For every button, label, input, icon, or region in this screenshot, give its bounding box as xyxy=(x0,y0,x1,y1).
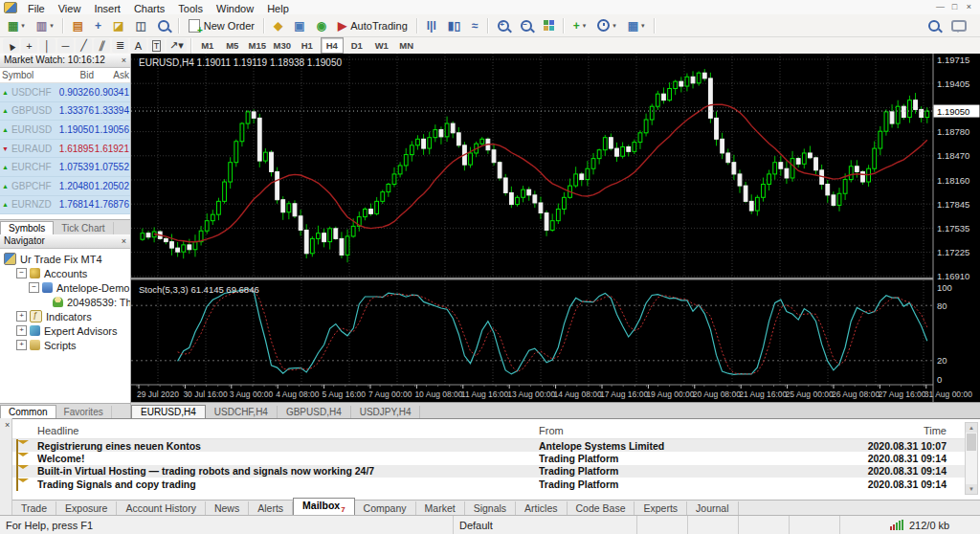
channel-tool[interactable]: ∥ xyxy=(94,38,110,53)
terminal-tab-code-base[interactable]: Code Base xyxy=(568,501,635,515)
symbol-row-gbpchf[interactable]: ▲GBPCHF1.204801.20502 xyxy=(0,177,130,196)
metaquotes-button[interactable]: ▣ xyxy=(289,16,309,35)
market-watch-button[interactable]: ▤ xyxy=(68,16,88,35)
arrows-tool[interactable]: ↗▾ xyxy=(167,38,187,53)
terminal-tab-mailbox[interactable]: Mailbox7 xyxy=(293,498,355,515)
terminal-tab-market[interactable]: Market xyxy=(416,501,465,515)
timeframe-m5[interactable]: M5 xyxy=(221,37,244,54)
column-header-bid[interactable]: Bid xyxy=(54,70,94,80)
fibonacci-tool[interactable]: ≣ xyxy=(112,38,128,53)
horizontal-line-tool[interactable]: ─ xyxy=(57,38,74,53)
column-header-symbol[interactable]: Symbol xyxy=(2,70,54,80)
periods-button[interactable]: ▾ xyxy=(592,16,621,35)
timeframe-h4[interactable]: H4 xyxy=(321,37,344,54)
menu-file[interactable]: File xyxy=(21,3,52,14)
terminal-tab-company[interactable]: Company xyxy=(355,501,416,515)
timeframe-w1[interactable]: W1 xyxy=(370,37,393,54)
terminal-scrollbar[interactable]: ▲ ▼ xyxy=(965,422,978,495)
candlestick-chart-button[interactable]: ▮▯ xyxy=(443,16,465,35)
expand-icon[interactable]: + xyxy=(16,340,27,350)
column-header-headline[interactable]: Headline xyxy=(37,425,539,436)
vertical-line-tool[interactable]: │ xyxy=(39,38,56,53)
terminal-tab-news[interactable]: News xyxy=(206,501,249,515)
tree-item-expert-advisors[interactable]: +Expert Advisors xyxy=(0,323,130,338)
menu-charts[interactable]: Charts xyxy=(127,3,171,14)
column-header-from[interactable]: From xyxy=(539,425,816,436)
timeframe-mn[interactable]: MN xyxy=(395,37,418,54)
navigator-button[interactable]: ◪ xyxy=(108,16,128,35)
timeframe-m15[interactable]: M15 xyxy=(246,37,269,54)
expand-icon[interactable]: + xyxy=(16,325,27,336)
collapse-icon[interactable]: − xyxy=(29,282,39,293)
chat-button[interactable] xyxy=(947,16,971,35)
terminal-tab-signals[interactable]: Signals xyxy=(465,501,516,515)
terminal-tab-experts[interactable]: Experts xyxy=(635,501,687,515)
tile-windows-button[interactable] xyxy=(539,16,559,35)
terminal-button[interactable]: ◫ xyxy=(130,16,150,35)
scroll-down-icon[interactable]: ▼ xyxy=(966,484,977,494)
timeframe-h1[interactable]: H1 xyxy=(296,37,319,54)
text-tool[interactable]: A xyxy=(130,38,146,53)
timeframe-d1[interactable]: D1 xyxy=(345,37,368,54)
column-header-ask[interactable]: Ask xyxy=(94,70,129,80)
timeframe-m30[interactable]: M30 xyxy=(271,37,294,54)
chart-tab-gbpusd-h4[interactable]: GBPUSD,H4 xyxy=(278,406,351,418)
indicators-button[interactable]: +▾ xyxy=(568,16,591,35)
mail-row[interactable]: Registrierung eines neuen KontosAntelope… xyxy=(12,439,965,452)
autotrading-button[interactable]: ▶AutoTrading xyxy=(333,16,412,35)
restore-window-icon[interactable]: □ xyxy=(947,1,962,13)
zoom-in-button[interactable]: + xyxy=(493,16,514,35)
text-label-tool[interactable]: T xyxy=(148,38,165,53)
terminal-tab-alerts[interactable]: Alerts xyxy=(249,501,293,515)
tab-symbols[interactable]: Symbols xyxy=(0,221,54,234)
terminal-tab-trade[interactable]: Trade xyxy=(12,501,56,515)
tree-item-20498539-thorst[interactable]: 20498539: Thorst xyxy=(0,295,130,309)
signals-button[interactable]: ◉ xyxy=(312,16,331,35)
chart-window[interactable]: 1.197151.194051.190951.187801.184701.181… xyxy=(131,54,980,402)
symbol-row-euraud[interactable]: ▼EURAUD1.618951.61921 xyxy=(0,140,130,159)
close-window-icon[interactable]: × xyxy=(962,1,976,13)
chart-tab-usdjpy-h4[interactable]: USDJPY,H4 xyxy=(351,406,421,418)
status-profile[interactable]: Default xyxy=(454,516,637,534)
terminal-tab-articles[interactable]: Articles xyxy=(516,501,567,515)
zoom-out-button[interactable]: − xyxy=(516,16,537,35)
mail-row[interactable]: Trading Signals and copy tradingTrading … xyxy=(12,478,965,490)
tab-favorites[interactable]: Favorites xyxy=(56,406,112,418)
search-button[interactable] xyxy=(924,16,945,35)
terminal-tab-account-history[interactable]: Account History xyxy=(117,501,206,515)
cursor-tool[interactable]: ▲ xyxy=(3,38,19,53)
menu-window[interactable]: Window xyxy=(210,3,260,14)
trendline-tool[interactable]: ╱ xyxy=(76,38,92,53)
menu-tools[interactable]: Tools xyxy=(171,3,210,14)
close-icon[interactable]: × xyxy=(118,54,130,67)
symbol-row-eurusd[interactable]: ▲EURUSD1.190501.19056 xyxy=(0,121,130,140)
tree-item-indicators[interactable]: +Indicators xyxy=(0,309,130,323)
close-icon[interactable]: × xyxy=(1,420,13,430)
symbol-row-eurnzd[interactable]: ▲EURNZD1.768141.76876 xyxy=(0,196,130,215)
menu-view[interactable]: View xyxy=(52,3,88,14)
mail-row[interactable]: Welcome!Trading Platform2020.08.31 09:14 xyxy=(12,452,965,464)
data-window-button[interactable]: + xyxy=(90,16,106,35)
scroll-up-icon[interactable]: ▲ xyxy=(966,423,977,433)
expand-icon[interactable]: + xyxy=(16,311,27,322)
symbol-row-usdchf[interactable]: ▲USDCHF0.903260.90341 xyxy=(0,83,130,102)
menu-help[interactable]: Help xyxy=(260,3,296,14)
strategy-tester-button[interactable] xyxy=(153,16,174,35)
tree-item-ur-trade-fix-mt4[interactable]: Ur Trade Fix MT4 xyxy=(0,252,130,266)
metaeditor-button[interactable]: ◆ xyxy=(269,16,287,35)
price-chart[interactable]: 1.197151.194051.190951.187801.184701.181… xyxy=(131,54,980,402)
tree-item-accounts[interactable]: −Accounts xyxy=(0,266,130,280)
bar-chart-button[interactable]: l|l xyxy=(422,16,441,35)
timeframe-m1[interactable]: M1 xyxy=(196,37,219,54)
templates-button[interactable]: ▦▾ xyxy=(623,16,650,35)
new-order-button[interactable]: New Order xyxy=(184,16,259,35)
crosshair-tool[interactable]: + xyxy=(21,38,37,53)
close-icon[interactable]: × xyxy=(118,234,130,248)
terminal-tab-journal[interactable]: Journal xyxy=(687,501,738,515)
profiles-button[interactable]: ▥▾ xyxy=(32,16,58,35)
chart-tab-eurusd-h4[interactable]: EURUSD,H4 xyxy=(131,405,206,418)
symbol-row-eurchf[interactable]: ▲EURCHF1.075391.07552 xyxy=(0,158,130,177)
symbol-row-gbpusd[interactable]: ▲GBPUSD1.333761.33394 xyxy=(0,102,130,122)
tree-item-antelope-demo[interactable]: −Antelope-Demo xyxy=(0,280,130,295)
collapse-icon[interactable]: − xyxy=(16,268,27,278)
